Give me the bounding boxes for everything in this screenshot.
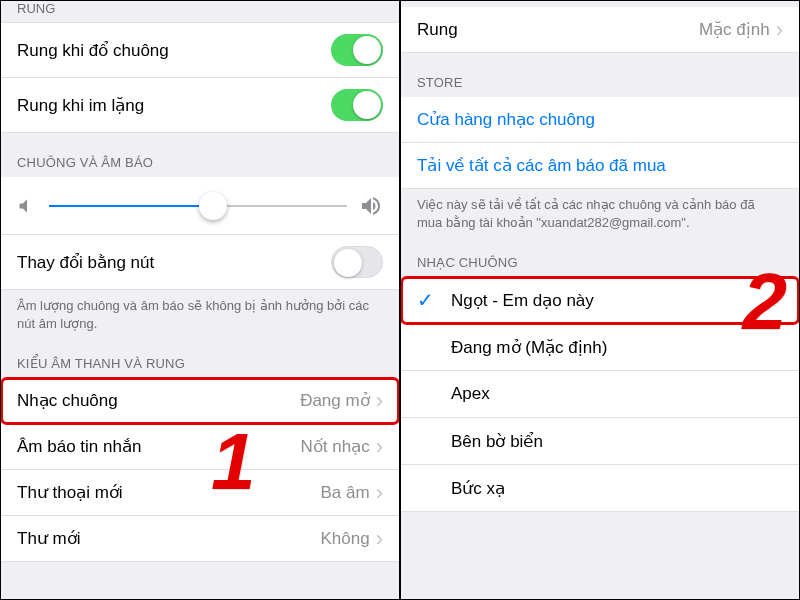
row-vibration[interactable]: Rung Mặc định › [401, 7, 799, 53]
row-ringtone[interactable]: Nhạc chuông Đang mở › [1, 378, 399, 424]
link-tone-store: Cửa hàng nhạc chuông [417, 109, 595, 130]
section-header-ringtone: NHẠC CHUÔNG [401, 241, 799, 277]
tone-row-3[interactable]: ✓ Bên bờ biển [401, 418, 799, 465]
label-new-mail: Thư mới [17, 528, 81, 549]
tone-label: Bên bờ biển [451, 431, 543, 452]
checkmark-placeholder: ✓ [417, 476, 437, 500]
tone-row-2[interactable]: ✓ Apex [401, 371, 799, 418]
chevron-right-icon: › [376, 390, 383, 412]
ringtone-select-pane: Rung Mặc định › STORE Cửa hàng nhạc chuô… [401, 1, 799, 599]
label-vibrate-ring: Rung khi đổ chuông [17, 40, 169, 61]
label-change-with-buttons: Thay đổi bằng nút [17, 252, 154, 273]
row-text-tone[interactable]: Âm báo tin nhắn Nốt nhạc › [1, 424, 399, 470]
row-vibrate-on-ring[interactable]: Rung khi đổ chuông [1, 23, 399, 78]
tone-label: Đang mở (Mặc định) [451, 337, 607, 358]
tone-row-1[interactable]: ✓ Đang mở (Mặc định) [401, 324, 799, 371]
value-ringtone: Đang mở [300, 390, 370, 411]
row-new-voicemail[interactable]: Thư thoại mới Ba âm › [1, 470, 399, 516]
tone-label: Apex [451, 384, 490, 404]
checkmark-placeholder: ✓ [417, 335, 437, 359]
row-new-mail[interactable]: Thư mới Không › [1, 516, 399, 562]
volume-footer-text: Âm lượng chuông và âm báo sẽ không bị ản… [1, 290, 399, 342]
switch-change-with-buttons[interactable] [331, 246, 383, 278]
volume-slider-row [1, 177, 399, 235]
settings-sounds-pane: RUNG Rung khi đổ chuông Rung khi im lặng… [1, 1, 399, 599]
link-download-purchased: Tải về tất cả các âm báo đã mua [417, 155, 666, 176]
tone-label: Bức xạ [451, 478, 505, 499]
value-vibration: Mặc định [699, 19, 770, 40]
checkmark-placeholder: ✓ [417, 429, 437, 453]
row-download-purchased[interactable]: Tải về tất cả các âm báo đã mua [401, 143, 799, 189]
chevron-right-icon: › [376, 528, 383, 550]
value-new-voicemail: Ba âm [321, 483, 370, 503]
volume-slider[interactable] [49, 205, 347, 207]
speaker-low-icon [17, 196, 37, 216]
checkmark-icon: ✓ [417, 288, 437, 312]
section-header-store: STORE [401, 53, 799, 97]
tone-row-0[interactable]: ✓ Ngọt - Em dạo này [401, 277, 799, 324]
row-tone-store[interactable]: Cửa hàng nhạc chuông [401, 97, 799, 143]
chevron-right-icon: › [776, 19, 783, 41]
speaker-high-icon [359, 194, 383, 218]
row-change-with-buttons[interactable]: Thay đổi bằng nút [1, 235, 399, 290]
section-header-sounds: KIỂU ÂM THANH VÀ RUNG [1, 342, 399, 378]
screenshot-container: RUNG Rung khi đổ chuông Rung khi im lặng… [0, 0, 800, 600]
store-footer-text: Việc này sẽ tải về tất cả các nhạc chuôn… [401, 189, 799, 241]
switch-vibrate-silent[interactable] [331, 89, 383, 121]
section-header-ringer: CHUÔNG VÀ ÂM BÁO [1, 133, 399, 177]
chevron-right-icon: › [376, 436, 383, 458]
chevron-right-icon: › [376, 482, 383, 504]
switch-vibrate-ring[interactable] [331, 34, 383, 66]
label-vibration: Rung [417, 20, 458, 40]
label-text-tone: Âm báo tin nhắn [17, 436, 141, 457]
value-text-tone: Nốt nhạc [301, 436, 370, 457]
row-vibrate-on-silent[interactable]: Rung khi im lặng [1, 78, 399, 133]
section-header-rung-cut: RUNG [1, 1, 399, 23]
label-vibrate-silent: Rung khi im lặng [17, 95, 144, 116]
tone-row-4[interactable]: ✓ Bức xạ [401, 465, 799, 512]
value-new-mail: Không [321, 529, 370, 549]
checkmark-placeholder: ✓ [417, 382, 437, 406]
label-ringtone: Nhạc chuông [17, 390, 118, 411]
tone-label: Ngọt - Em dạo này [451, 290, 594, 311]
label-new-voicemail: Thư thoại mới [17, 482, 123, 503]
